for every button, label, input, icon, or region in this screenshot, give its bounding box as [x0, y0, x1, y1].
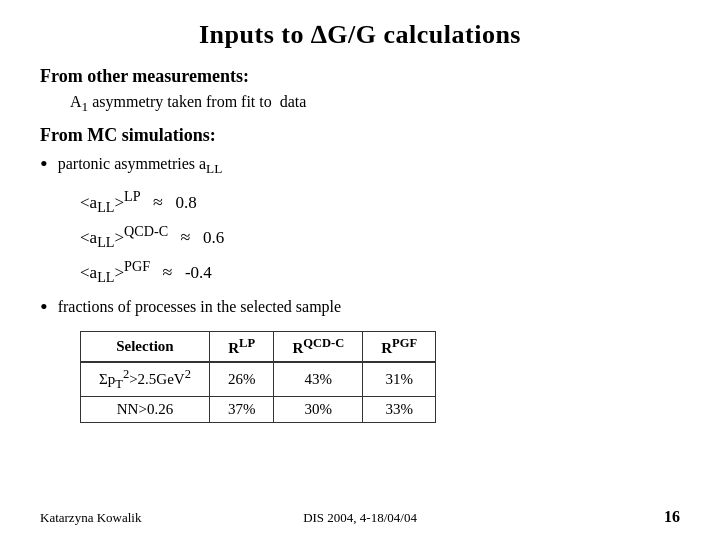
asym-qcdc: <aLL>QCD-C ≈ 0.6: [80, 219, 680, 254]
col-rpgf: RPGF: [363, 332, 436, 363]
table-header-row: Selection RLP RQCD-C RPGF: [81, 332, 436, 363]
asym-lp-label: <aLL>LP: [80, 184, 141, 219]
asym-pgf-label: <aLL>PGF: [80, 254, 150, 289]
row1-rlp: 26%: [209, 362, 274, 397]
table-row: ΣpT2>2.5GeV2 26% 43% 31%: [81, 362, 436, 397]
row2-selection: NN>0.26: [81, 397, 210, 423]
data-table: Selection RLP RQCD-C RPGF ΣpT2>2.5GeV2 2…: [80, 331, 436, 423]
row2-rqcdc: 30%: [274, 397, 363, 423]
asymmetry-block: <aLL>LP ≈ 0.8 <aLL>QCD-C ≈ 0.6 <aLL>PGF …: [80, 184, 680, 289]
bullet2-dot: •: [40, 292, 48, 323]
asym-lp-approx: ≈: [149, 187, 168, 218]
bullet1-dot: •: [40, 149, 48, 180]
section1-heading: From other measurements:: [40, 66, 680, 87]
asym-lp: <aLL>LP ≈ 0.8: [80, 184, 680, 219]
footer-page: 16: [664, 508, 680, 526]
col-selection: Selection: [81, 332, 210, 363]
delta-symbol: ∆: [311, 20, 327, 49]
row1-selection: ΣpT2>2.5GeV2: [81, 362, 210, 397]
asym-pgf-value: -0.4: [185, 259, 212, 288]
slide: Inputs to ∆G/G calculations From other m…: [0, 0, 720, 540]
row2-rlp: 37%: [209, 397, 274, 423]
asym-pgf-approx: ≈: [158, 257, 177, 288]
footer-conference: DIS 2004, 4-18/04/04: [303, 510, 417, 526]
slide-title: Inputs to ∆G/G calculations: [40, 20, 680, 50]
asym-qcdc-label: <aLL>QCD-C: [80, 219, 168, 254]
asym-qcdc-approx: ≈: [176, 222, 195, 253]
row1-rqcdc: 43%: [274, 362, 363, 397]
section1-subtext: A1 asymmetry taken from fit to data: [70, 93, 680, 115]
bullet1: • partonic asymmetries aLL: [40, 152, 680, 180]
col-rqcdc: RQCD-C: [274, 332, 363, 363]
bullet1-text: partonic asymmetries aLL: [58, 152, 223, 179]
bullet2-text: fractions of processes in the selected s…: [58, 295, 341, 319]
row2-rpgf: 33%: [363, 397, 436, 423]
asym-lp-value: 0.8: [175, 189, 196, 218]
col-rlp: RLP: [209, 332, 274, 363]
asym-pgf: <aLL>PGF ≈ -0.4: [80, 254, 680, 289]
section2-heading: From MC simulations:: [40, 125, 680, 146]
row1-rpgf: 31%: [363, 362, 436, 397]
bullet2: • fractions of processes in the selected…: [40, 295, 680, 323]
footer-author: Katarzyna Kowalik: [40, 510, 141, 526]
table-row: NN>0.26 37% 30% 33%: [81, 397, 436, 423]
asym-qcdc-value: 0.6: [203, 224, 224, 253]
